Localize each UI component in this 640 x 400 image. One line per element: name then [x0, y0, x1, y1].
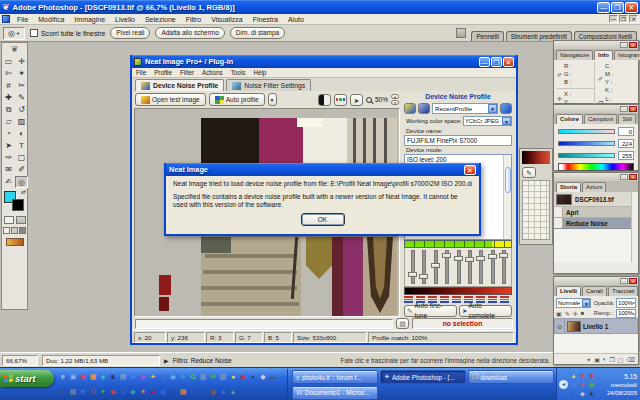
layer-mask-icon[interactable]: ▣	[594, 356, 600, 363]
dialog-close-button[interactable]: ✕	[464, 165, 476, 175]
history-step-reduce-noise[interactable]: Reduce Noise	[554, 218, 631, 229]
ni-menu-item[interactable]: Actions	[198, 68, 227, 78]
quicklaunch-icon[interactable]: ✦	[98, 386, 108, 397]
taskbar-button[interactable]: ✦ Adobe Photoshop - [...	[380, 370, 466, 384]
menu-item[interactable]: Aiuto	[283, 14, 309, 25]
palette-tab[interactable]: Azioni	[582, 182, 606, 192]
list-scrollbar[interactable]	[503, 155, 511, 239]
quicklaunch-icon[interactable]: ♠	[58, 386, 68, 397]
doc-restore-button[interactable]: ❐	[619, 15, 628, 23]
quicklaunch-icon[interactable]: ⊕	[78, 386, 88, 397]
quicklaunch-icon[interactable]: ▣	[158, 371, 168, 382]
tray-icon[interactable]: ◉	[569, 380, 578, 389]
ni-maximize-button[interactable]: ❐	[491, 57, 502, 67]
noise-slider[interactable]	[476, 248, 485, 286]
healing-brush-tool-icon[interactable]: ✚	[2, 92, 15, 104]
slider-thumb[interactable]	[408, 272, 417, 277]
history-brush-well[interactable]	[554, 218, 563, 228]
palette-minimize-icon[interactable]: —	[620, 42, 628, 48]
quicklaunch-icon[interactable]: ●	[218, 386, 228, 397]
blue-slider[interactable]	[558, 153, 615, 158]
slice-tool-icon[interactable]: ✂	[15, 80, 28, 92]
eraser-tool-icon[interactable]: ▱	[2, 116, 15, 128]
standard-screen-button[interactable]	[3, 227, 10, 234]
quicklaunch-icon[interactable]: ♞	[108, 371, 118, 382]
swap-colors-icon[interactable]: ⇄	[21, 188, 26, 195]
scrollbar-thumb[interactable]	[505, 167, 511, 193]
layer-effects-icon[interactable]: ✦	[586, 356, 591, 363]
quicklaunch-icon[interactable]: ▪	[248, 371, 258, 382]
ni-menu-item[interactable]: Filter	[176, 68, 198, 78]
actual-pixels-button[interactable]: Pixel reali	[110, 27, 150, 39]
imageready-button[interactable]	[2, 236, 27, 248]
layer-visibility-cell[interactable]: ⊙	[555, 319, 565, 333]
quicklaunch-icon[interactable]: O	[88, 386, 98, 397]
minimize-button[interactable]: —	[597, 2, 610, 13]
noise-slider[interactable]	[408, 248, 417, 286]
status-arrow-icon[interactable]: ▶	[164, 357, 169, 364]
slider-thumb[interactable]	[499, 253, 508, 258]
tab-noise-filter-settings[interactable]: Noise Filter Settings	[226, 79, 311, 91]
slider-thumb[interactable]	[419, 274, 428, 279]
palette-titlebar[interactable]: —✕	[554, 173, 638, 181]
history-scrollbar[interactable]	[631, 192, 638, 262]
red-slider[interactable]	[558, 129, 615, 134]
palette-tool-button[interactable]: ✎	[522, 167, 536, 178]
noise-slider[interactable]	[499, 248, 508, 286]
doc-close-button[interactable]: ✕	[629, 15, 638, 23]
quicklaunch-icon[interactable]: ✉	[128, 371, 138, 382]
tray-icon[interactable]: ▲	[569, 371, 578, 380]
tray-icon[interactable]: ◈	[578, 389, 587, 398]
menu-item[interactable]: Filtro	[181, 14, 207, 25]
ni-close-button[interactable]: ✕	[503, 57, 514, 67]
fullscreen-menubar-button[interactable]	[11, 227, 18, 234]
quicklaunch-icon[interactable]: ◈	[98, 371, 108, 382]
palette-titlebar[interactable]: —✕	[554, 277, 638, 285]
quicklaunch-icon[interactable]: ◈	[128, 386, 138, 397]
zoom-spinner[interactable]: ▲▼	[391, 94, 399, 105]
quicklaunch-icon[interactable]: ●	[228, 371, 238, 382]
selection-tool-button[interactable]: ▨	[396, 318, 409, 329]
load-profile-button[interactable]	[404, 103, 416, 114]
quicklaunch-icon[interactable]: 0	[168, 386, 178, 397]
menu-item[interactable]: Selezione	[140, 14, 181, 25]
quicklaunch-icon[interactable]: ♪	[198, 386, 208, 397]
tray-icon[interactable]: ✚	[578, 371, 587, 380]
taskbar-button[interactable]: e photo4u.it :: forum f...	[292, 370, 378, 384]
tray-icon[interactable]: ◆	[587, 371, 596, 380]
menu-item[interactable]: Modifica	[33, 14, 69, 25]
quicklaunch-icon[interactable]: ◆	[138, 371, 148, 382]
taskbar-button[interactable]: ❐ download	[468, 370, 554, 384]
menu-item[interactable]: Finestra	[248, 14, 283, 25]
lock-move-icon[interactable]: ✛	[573, 310, 578, 317]
restore-button[interactable]: ❐	[611, 2, 624, 13]
quicklaunch-icon[interactable]: ▨	[68, 386, 78, 397]
quicklaunch-icon[interactable]: ▤	[118, 371, 128, 382]
green-value[interactable]: 224	[618, 139, 634, 148]
delete-layer-icon[interactable]: ⌫	[627, 356, 635, 363]
zoom-tool-icon[interactable]: ◎	[15, 176, 28, 188]
type-tool-icon[interactable]: T	[15, 140, 28, 152]
palette-tab[interactable]: Livelli	[556, 286, 581, 296]
quicklaunch-icon[interactable]: ✤	[208, 371, 218, 382]
tool-preset-picker[interactable]: ◎▼	[3, 27, 25, 40]
open-test-image-button[interactable]: Open test image	[135, 93, 206, 106]
device-name-field[interactable]: FUJIFILM FinePix S7000	[404, 135, 512, 146]
palette-minimize-icon[interactable]: —	[620, 278, 628, 284]
noise-slider[interactable]	[488, 248, 497, 286]
ni-menu-item[interactable]: Profile	[150, 68, 176, 78]
quicklaunch-icon[interactable]: ◆	[258, 371, 268, 382]
auto-complete-button[interactable]: ➤Auto complete	[459, 305, 512, 317]
neat-image-titlebar[interactable]: Neat Image Pro+ / Plug-in — ❐ ✕	[132, 55, 516, 68]
working-color-space-dropdown[interactable]: YCbCr JPEG ▼	[463, 116, 512, 126]
quicklaunch-icon[interactable]: ▦	[88, 371, 98, 382]
doc-minimize-button[interactable]: —	[609, 15, 618, 23]
palette-tab[interactable]: Campioni	[584, 114, 617, 124]
layer-group-icon[interactable]: ❐	[609, 356, 614, 363]
palette-close-icon[interactable]: ✕	[629, 174, 637, 180]
reuse-profile-button[interactable]	[500, 103, 512, 114]
new-layer-icon[interactable]: ▢	[618, 356, 624, 363]
palette-close-icon[interactable]: ✕	[629, 106, 637, 112]
shape-tool-icon[interactable]: ▢	[15, 152, 28, 164]
menu-item[interactable]: Visualizza	[206, 14, 247, 25]
